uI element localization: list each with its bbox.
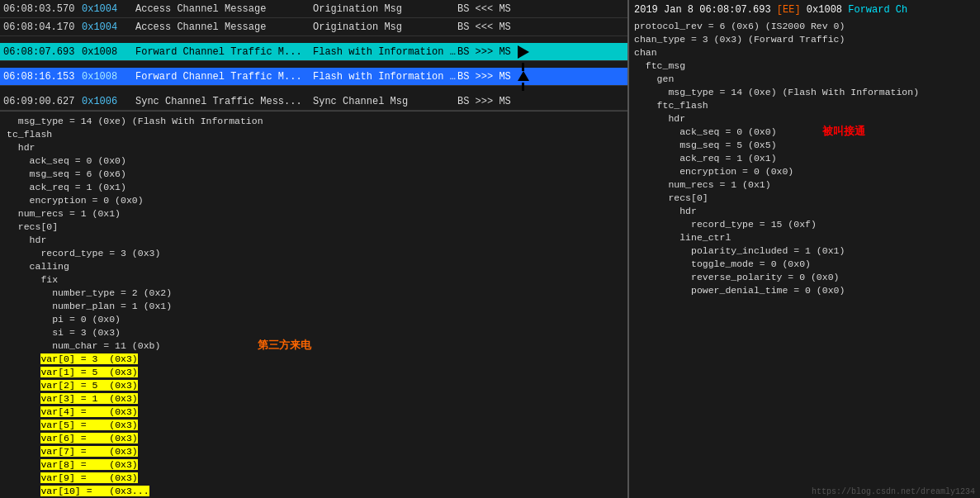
var-2: var[2] = 5 (0x3: [40, 380, 131, 391]
hex-col: 0x1004: [82, 3, 135, 15]
sub-col: Flash with Information Msg: [313, 46, 457, 58]
code-line: var[4] = (0x3): [7, 406, 621, 419]
code-line: var[0] = 3 (0x3): [7, 353, 621, 366]
code-line: var[6] = (0x3): [7, 432, 621, 445]
right-code-block: protocol_rev = 6 (0x6) (IS2000 Rev 0) ch…: [634, 20, 975, 297]
sub-col: Origination Msg: [313, 21, 457, 33]
code-line: var[3] = 1 (0x3): [7, 392, 621, 406]
table-row[interactable]: 06:08:03.570 0x1004 Access Channel Messa…: [0, 0, 627, 18]
code-line: ack_req = 1 (0x1): [7, 181, 621, 194]
var-0: var[0] = 3 (0x3: [40, 353, 131, 364]
dir-col: BS >>> MS: [457, 63, 532, 91]
var-7-close: ): [132, 446, 138, 457]
var-6: var[6] = (0x3: [40, 433, 131, 443]
code-line: var[7] = (0x3): [7, 445, 621, 458]
var-3: var[3] = 1 (0x3: [40, 393, 131, 404]
var-8: var[8] = (0x3: [40, 459, 131, 470]
table-row[interactable]: 06:09:00.627 0x1006 Sync Channel Traffic…: [0, 92, 627, 111]
code-line: number_type = 2 (0x2): [7, 287, 621, 300]
table-row[interactable]: 06:08:04.170 0x1004 Access Channel Messa…: [0, 18, 627, 36]
var-5-close: ): [132, 420, 138, 430]
arrow-right-icon: [518, 45, 529, 59]
code-line: hdr: [7, 141, 621, 154]
called-label: 被叫接通: [822, 126, 865, 138]
msg-col: Forward Channel Traffic M...: [135, 46, 313, 58]
code-line: var[2] = 5 (0x3): [7, 379, 621, 392]
left-panel: 06:08:03.570 0x1004 Access Channel Messa…: [0, 0, 627, 498]
sub-col: Flash with Information Msg: [313, 71, 457, 83]
code-line: recs[0]: [7, 221, 621, 234]
code-line: var[1] = 5 (0x3): [7, 366, 621, 379]
sub-col: Origination Msg: [313, 3, 457, 15]
var-4-close: ): [132, 406, 138, 417]
third-party-label: 第三方来电: [258, 339, 311, 352]
var-7: var[7] = (0x3: [40, 446, 131, 457]
code-line: hdr: [7, 234, 621, 247]
code-line: num_recs = 1 (0x1): [7, 207, 621, 221]
right-panel: 2019 Jan 8 06:08:07.693 [EE] 0x1008 Forw…: [627, 0, 980, 498]
dir-col: BS >>> MS: [457, 96, 532, 107]
header-hex: 0x1008: [801, 4, 849, 16]
right-panel-header: 2019 Jan 8 06:08:07.693 [EE] 0x1008 Forw…: [634, 3, 975, 17]
table-row-cyan[interactable]: 06:08:07.693 0x1008 Forward Channel Traf…: [0, 43, 627, 61]
var-3-close: ): [132, 393, 138, 404]
var-1-close: ): [132, 367, 138, 377]
dir-col: BS >>> MS: [457, 45, 532, 59]
code-line: var[8] = (0x3): [7, 458, 621, 472]
var-6-close: ): [132, 433, 138, 443]
msg-col: Sync Channel Traffic Mess...: [135, 96, 313, 107]
code-line: ack_seq = 0 (0x0): [7, 154, 621, 168]
msg-col: Access Channel Message: [135, 21, 313, 33]
msg-col: Forward Channel Traffic M...: [135, 71, 313, 83]
var-8-close: ): [132, 459, 138, 470]
code-line: number_plan = 1 (0x1): [7, 300, 621, 313]
code-line: var[9] = (0x3): [7, 472, 621, 485]
message-table: 06:08:03.570 0x1004 Access Channel Messa…: [0, 0, 627, 111]
var-5: var[5] = (0x3: [40, 420, 131, 430]
code-line: msg_seq = 6 (0x6): [7, 168, 621, 181]
msg-col: Access Channel Message: [135, 3, 313, 15]
watermark: https://blog.csdn.net/dreamly1234: [812, 487, 975, 496]
code-section: msg_type = 14 (0xe) (Flash With Informat…: [0, 111, 627, 498]
time-col: 06:08:04.170: [3, 21, 82, 33]
var-9-close: ): [132, 472, 138, 483]
time-col: 06:09:00.627: [3, 96, 82, 107]
code-line: num_char = 11 (0xb) 第三方来电: [7, 339, 621, 353]
time-col: 06:08:03.570: [3, 3, 82, 15]
hex-col: 0x1008: [82, 46, 135, 58]
up-arrow-icon: [518, 63, 529, 91]
var-4: var[4] = (0x3: [40, 406, 131, 417]
hex-col: 0x1004: [82, 21, 135, 33]
code-line: tc_flash: [7, 128, 621, 141]
code-line: si = 3 (0x3): [7, 326, 621, 339]
var-1: var[1] = 5 (0x3: [40, 367, 131, 377]
dir-col: BS <<< MS: [457, 3, 532, 15]
var-2-close: ): [132, 380, 138, 391]
var-0-close: ): [132, 353, 138, 364]
time-col: 06:08:07.693: [3, 46, 82, 58]
table-row-blue[interactable]: 06:08:16.153 0x1008 Forward Channel Traf…: [0, 68, 627, 86]
gap-row: [0, 86, 627, 92]
code-line: fix: [7, 273, 621, 287]
sub-col: Sync Channel Msg: [313, 96, 457, 107]
code-line: encryption = 0 (0x0): [7, 194, 621, 207]
code-line: var[5] = (0x3): [7, 419, 621, 432]
code-line: var[10] = (0x3...: [7, 485, 621, 498]
header-date: 2019 Jan 8 06:08:07.693: [634, 4, 777, 16]
hex-col: 0x1006: [82, 96, 135, 107]
time-col: 06:08:16.153: [3, 71, 82, 83]
code-line: calling: [7, 260, 621, 273]
hex-col: 0x1008: [82, 71, 135, 83]
header-ee: [EE]: [777, 4, 801, 16]
code-line: record_type = 3 (0x3): [7, 247, 621, 260]
gap-row: [0, 36, 627, 43]
header-title: Forward Ch: [848, 4, 907, 16]
code-line: pi = 0 (0x0): [7, 313, 621, 326]
code-line: msg_type = 14 (0xe) (Flash With Informat…: [7, 115, 621, 128]
gap-row: [0, 61, 627, 68]
var-10: var[10] = (0x3...: [40, 486, 149, 496]
var-9: var[9] = (0x3: [40, 472, 131, 483]
dir-col: BS <<< MS: [457, 21, 532, 33]
